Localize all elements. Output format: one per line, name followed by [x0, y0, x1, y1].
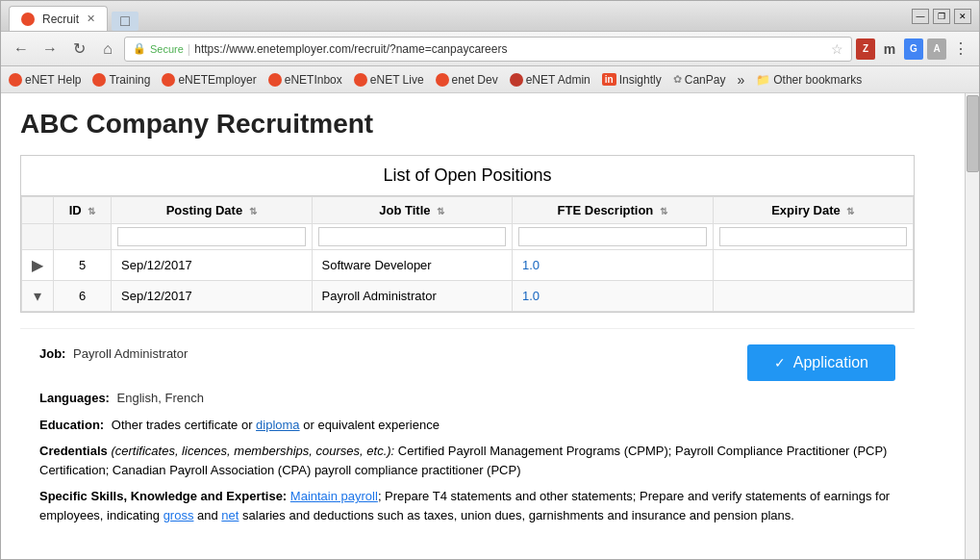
- job-detail-languages: Languages: English, French: [39, 389, 895, 408]
- bookmark-enet-admin[interactable]: eNET Admin: [510, 73, 591, 87]
- expand-row-1-icon[interactable]: ▶: [32, 257, 43, 273]
- skills-maintain-link[interactable]: Maintain payroll: [290, 489, 378, 503]
- fte-link-1[interactable]: 1.0: [522, 258, 540, 272]
- canpay-icon: ✿: [673, 73, 682, 86]
- education-diploma-link[interactable]: diploma: [256, 418, 300, 432]
- fte-link-2[interactable]: 1.0: [522, 289, 540, 303]
- back-button[interactable]: ←: [9, 37, 34, 62]
- languages-label: Languages:: [39, 391, 110, 405]
- application-button[interactable]: ✓ Application: [747, 344, 895, 381]
- enetemployer-icon: [162, 73, 175, 87]
- col-fte[interactable]: FTE Description ⇅: [513, 197, 714, 224]
- education-label: Education:: [39, 418, 104, 432]
- job-detail-skills: Specific Skills, Knowledge and Expertise…: [39, 487, 895, 524]
- fte-filter[interactable]: [518, 227, 707, 246]
- enet-help-icon: [9, 73, 22, 87]
- bookmark-enet-live[interactable]: eNET Live: [354, 73, 424, 87]
- bookmark-label: eNET Admin: [526, 73, 591, 87]
- bookmark-enet-help[interactable]: eNET Help: [9, 73, 81, 87]
- table-row[interactable]: ▶ 5 Sep/12/2017 Software Developer 1.0: [22, 250, 914, 281]
- col-id[interactable]: ID ⇅: [54, 197, 112, 224]
- application-button-label: Application: [793, 354, 868, 371]
- content-area: ABC Company Recruitment List of Open Pos…: [1, 93, 979, 559]
- navigation-toolbar: ← → ↻ ⌂ 🔒 Secure | https://www.enetemplo…: [1, 32, 979, 66]
- positions-section: List of Open Positions ID ⇅ Posting Date…: [20, 155, 915, 313]
- new-tab-button[interactable]: □: [112, 12, 138, 31]
- positions-header: List of Open Positions: [21, 156, 914, 196]
- menu-button[interactable]: ⋮: [950, 38, 971, 60]
- lock-icon: 🔒: [133, 42, 146, 55]
- cell-posting-date-1: Sep/12/2017: [112, 250, 313, 281]
- restore-button[interactable]: ❐: [933, 9, 950, 24]
- skills-label: Specific Skills, Knowledge and Expertise…: [39, 489, 287, 503]
- forward-button[interactable]: →: [38, 37, 63, 62]
- posting-date-sort-icon: ⇅: [249, 206, 257, 216]
- home-button[interactable]: ⌂: [95, 37, 120, 62]
- skills-net-link[interactable]: net: [221, 508, 239, 522]
- col-posting-date[interactable]: Posting Date ⇅: [112, 197, 313, 224]
- enet-dev-icon: [436, 73, 449, 87]
- job-value: Payroll Administrator: [73, 346, 188, 361]
- url-text: https://www.enetemployer.com/recruit/?na…: [194, 42, 827, 56]
- training-icon: [92, 73, 106, 87]
- enet-live-icon: [354, 73, 367, 87]
- col-expiry[interactable]: Expiry Date ⇅: [713, 197, 914, 224]
- bookmark-canpay[interactable]: ✿ CanPay: [673, 73, 726, 87]
- bookmark-insightly[interactable]: in Insightly: [602, 73, 662, 87]
- bookmark-label: CanPay: [685, 73, 726, 87]
- cell-expiry-2: [713, 281, 914, 312]
- netinbox-icon: [268, 73, 282, 87]
- col-job-title[interactable]: Job Title ⇅: [312, 197, 513, 224]
- expand-row-2-icon[interactable]: ▾: [34, 288, 41, 304]
- more-bookmarks-icon: »: [737, 72, 744, 88]
- cell-fte-2: 1.0: [513, 281, 714, 312]
- address-bar[interactable]: 🔒 Secure | https://www.enetemployer.com/…: [124, 37, 852, 62]
- window-controls: — ❐ ✕: [912, 9, 971, 24]
- bookmark-star-icon[interactable]: ☆: [831, 41, 843, 57]
- job-details-section: Job: Payroll Administrator ✓ Application…: [20, 328, 915, 547]
- active-tab[interactable]: Recruit ✕: [9, 6, 108, 31]
- browser-extensions: Z m G A ⋮: [856, 38, 971, 60]
- other-bookmarks[interactable]: 📁 Other bookmarks: [756, 73, 862, 87]
- job-detail-education: Education: Other trades certificate or d…: [39, 416, 895, 435]
- ext-icon-4[interactable]: A: [927, 38, 946, 60]
- insightly-icon: in: [602, 73, 616, 86]
- ext-icon-1[interactable]: Z: [856, 38, 875, 60]
- minimize-button[interactable]: —: [912, 9, 929, 24]
- job-detail-job: Job: Payroll Administrator: [39, 344, 188, 364]
- close-button[interactable]: ✕: [954, 9, 971, 24]
- scroll-thumb[interactable]: [967, 95, 979, 172]
- posting-date-filter[interactable]: [117, 227, 306, 246]
- education-post: or equivalent experience: [303, 418, 440, 432]
- languages-value: English, French: [117, 391, 204, 405]
- cell-fte-1: 1.0: [513, 250, 714, 281]
- bookmark-label: eNETInbox: [285, 73, 342, 87]
- tab-close-button[interactable]: ✕: [87, 13, 95, 25]
- folder-icon: 📁: [756, 73, 770, 87]
- table-row[interactable]: ▾ 6 Sep/12/2017 Payroll Administrator 1.…: [22, 281, 914, 312]
- job-label: Job:: [39, 346, 65, 361]
- job-title-filter[interactable]: [318, 227, 507, 246]
- reload-button[interactable]: ↻: [66, 37, 91, 62]
- ext-icon-2[interactable]: m: [879, 38, 900, 60]
- cell-job-title-2: Payroll Administrator: [312, 281, 513, 312]
- tab-favicon: [21, 13, 35, 26]
- bookmark-enet-dev[interactable]: enet Dev: [436, 73, 498, 87]
- bookmark-enetemployer[interactable]: eNETEmployer: [162, 73, 256, 87]
- expiry-filter[interactable]: [719, 227, 908, 246]
- secure-text: Secure: [150, 43, 184, 55]
- cell-job-title-1: Software Developer: [312, 250, 513, 281]
- bookmarks-bar: eNET Help Training eNETEmployer eNETInbo…: [1, 66, 979, 93]
- job-detail-credentials: Credentials (certificates, licences, mem…: [39, 442, 895, 479]
- bookmark-netinbox[interactable]: eNETInbox: [268, 73, 342, 87]
- education-pre: Other trades certificate or: [112, 418, 256, 432]
- bookmarks-more[interactable]: »: [737, 72, 744, 88]
- bookmark-training[interactable]: Training: [92, 73, 150, 87]
- scrollbar[interactable]: [965, 93, 979, 559]
- fte-sort-icon: ⇅: [660, 206, 667, 216]
- skills-gross-link[interactable]: gross: [163, 508, 194, 522]
- expiry-sort-icon: ⇅: [846, 206, 854, 216]
- bookmark-label: Training: [109, 73, 150, 87]
- ext-icon-3[interactable]: G: [904, 38, 923, 60]
- cell-id-1: 5: [54, 250, 112, 281]
